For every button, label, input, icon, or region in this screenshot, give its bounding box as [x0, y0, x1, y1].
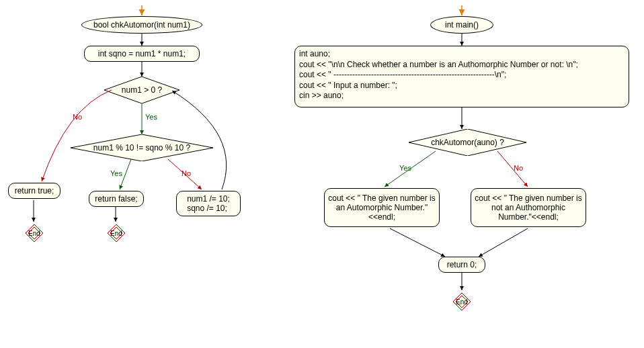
out-no: cout << " The given number is not an Aut…: [471, 188, 586, 227]
stmt-sqno-text: int sqno = num1 * num1;: [98, 49, 186, 58]
end-right-text: End: [456, 298, 468, 306]
label-yes-1: Yes: [145, 113, 157, 121]
end-left-2-text: End: [110, 230, 122, 237]
update-block: num1 /= 10; sqno /= 10;: [176, 191, 241, 216]
func-signature-right-text: int main(): [445, 20, 479, 30]
end-right: End: [452, 292, 472, 312]
stmt-sqno: int sqno = num1 * num1;: [84, 46, 200, 62]
return-false: return false;: [89, 191, 144, 207]
cond-mod: num1 % 10 != sqno % 10 ?: [71, 134, 213, 161]
init-block-text: int auno; cout << "\n\n Check whether a …: [299, 49, 578, 101]
end-left-2: End: [106, 223, 126, 243]
svg-line-13: [390, 228, 445, 257]
end-left-1: End: [24, 223, 44, 243]
label-yes-r: Yes: [399, 164, 411, 172]
func-signature-right: int main(): [430, 16, 493, 34]
cond-chkautomor: chkAutomor(auno) ?: [409, 129, 526, 156]
label-yes-2: Yes: [110, 169, 122, 177]
return-0: return 0;: [438, 257, 485, 273]
return-true-text: return true;: [15, 186, 54, 195]
init-block: int auno; cout << "\n\n Check whether a …: [294, 46, 629, 107]
cond-num1-gt0: num1 > 0 ?: [104, 77, 179, 103]
label-no-2: No: [182, 169, 191, 177]
svg-line-14: [479, 228, 528, 257]
func-signature-left: bool chkAutomor(int num1): [81, 16, 202, 34]
cond-chkautomor-text: chkAutomor(auno) ?: [428, 138, 507, 147]
func-signature-text: bool chkAutomor(int num1): [93, 20, 190, 30]
label-no-r: No: [514, 164, 523, 172]
return-false-text: return false;: [95, 194, 137, 204]
out-yes: cout << " The given number is an Automor…: [324, 188, 440, 227]
return-true: return true;: [8, 183, 61, 199]
end-left-1-text: End: [28, 230, 40, 237]
cond-num1-gt0-text: num1 > 0 ?: [119, 85, 165, 95]
cond-mod-text: num1 % 10 != sqno % 10 ?: [91, 143, 193, 153]
out-no-text: cout << " The given number is not an Aut…: [474, 193, 583, 222]
label-no-1: No: [73, 113, 82, 121]
out-yes-text: cout << " The given number is an Automor…: [327, 193, 436, 222]
update-block-text: num1 /= 10; sqno /= 10;: [187, 194, 230, 213]
return-0-text: return 0;: [447, 260, 477, 269]
svg-line-12: [497, 151, 528, 187]
